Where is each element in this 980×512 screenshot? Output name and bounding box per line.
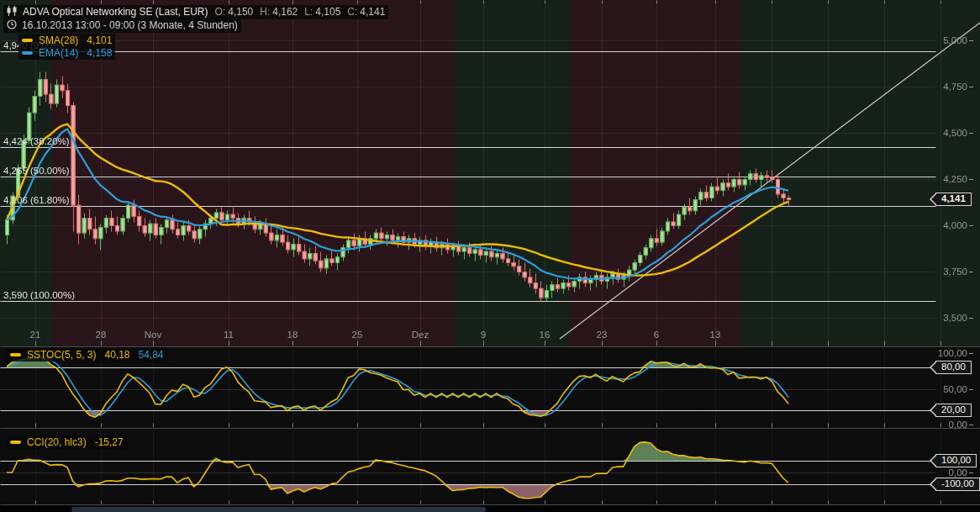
ohlc-low-label: L: — [304, 6, 313, 18]
sstoc-axis-tick: 100,00 — [938, 348, 973, 358]
ohlc-high-label: H: — [260, 6, 270, 18]
cci-legend[interactable]: CCI(20, hlc3)-15,27 — [7, 435, 127, 449]
cci-title: CCI(20, hlc3) — [27, 436, 87, 448]
sstoc-title: SSTOC(5, 5, 3) — [27, 349, 96, 361]
symbol-title: ADVA Optical Networking SE (Last, EUR) — [23, 6, 208, 18]
ema-color-swatch-icon — [22, 51, 33, 55]
ohlc-open-value: 4,150 — [228, 6, 253, 18]
cci-level-badge: 100,00 — [935, 454, 977, 467]
time-axis-label: Nov — [145, 330, 161, 340]
time-axis-label: 6 — [654, 330, 659, 340]
price-axis-tick: 3,750 — [943, 267, 973, 277]
time-axis-label: 25 — [352, 330, 363, 340]
time-scrollbar-thumb[interactable] — [71, 507, 486, 512]
candlestick-chart-icon — [7, 6, 18, 18]
price-axis-tick: 4,250 — [943, 174, 973, 184]
chart-window: ADVA Optical Networking SE (Last, EUR)O:… — [0, 0, 980, 512]
ema-name: EMA(14) — [39, 47, 78, 59]
sstoc-level-badge: 80,00 — [935, 361, 972, 374]
ema-legend[interactable]: EMA(14)4,158 — [18, 46, 115, 60]
time-axis-label: 23 — [597, 330, 608, 340]
price-axis-tick: 3,500 — [943, 313, 973, 323]
price-axis-tick: 4,000 — [943, 220, 973, 230]
time-axis-label: 11 — [224, 330, 234, 340]
ohlc-high-value: 4,162 — [272, 6, 298, 18]
sstoc-axis-tick: 50,00 — [943, 384, 973, 394]
time-axis-label: 13 — [710, 330, 721, 340]
ohlc-open-label: O: — [215, 6, 226, 18]
price-axis-tick: 4,500 — [943, 128, 973, 138]
sma-legend[interactable]: SMA(28)4,101 — [18, 34, 115, 47]
clock-icon — [7, 19, 17, 32]
cci-level-badge: -100,00 — [935, 478, 980, 491]
time-axis-label: 18 — [287, 330, 298, 340]
sstoc-level-badge: 20,00 — [935, 404, 972, 417]
time-axis-label: 21 — [30, 330, 41, 340]
time-axis-label: 28 — [96, 330, 107, 340]
fib-level-label: 4,106 (61.80%) — [3, 195, 70, 205]
timeframe-label: 16.10.2013 13:00 - 09:00 (3 Monate, 4 St… — [22, 19, 238, 31]
timeframe-row: 16.10.2013 13:00 - 09:00 (3 Monate, 4 St… — [3, 18, 241, 33]
ohlc-low-value: 4,105 — [315, 6, 340, 18]
price-axis-tick: 5,000 — [943, 35, 973, 45]
sstoc-axis-tick: 0,00 — [949, 420, 973, 430]
cci-color-swatch-icon — [10, 441, 21, 444]
last-price-badge: 4,141 — [935, 193, 972, 206]
fib-level-label: 3,590 (100.00%) — [3, 290, 75, 300]
ohlc-close-label: C: — [347, 6, 357, 18]
sma-color-swatch-icon — [22, 39, 33, 42]
sstoc-value-k: 40,18 — [104, 349, 129, 361]
time-scrollbar-track[interactable] — [0, 505, 980, 512]
sstoc-legend[interactable]: SSTOC(5, 5, 3)40,1854,84 — [7, 348, 167, 362]
ohlc-close-value: 4,141 — [360, 6, 385, 18]
fib-level-label: 4,265 (50.00%) — [3, 166, 70, 176]
sstoc-color-swatch-icon — [10, 353, 21, 356]
symbol-header-row: ADVA Optical Networking SE (Last, EUR)O:… — [3, 5, 388, 19]
sma-value: 4,101 — [87, 34, 112, 46]
time-axis-label: 16 — [540, 330, 551, 340]
chart-canvas[interactable] — [0, 0, 980, 512]
price-axis-tick: 4,750 — [943, 82, 973, 92]
time-axis-label: 9 — [481, 330, 486, 340]
time-axis-label: Dez — [412, 330, 429, 340]
sstoc-value-d: 54,84 — [139, 349, 164, 361]
sma-name: SMA(28) — [39, 34, 78, 46]
cci-axis-tick: 0,00 — [949, 467, 973, 478]
ema-value: 4,158 — [87, 47, 112, 59]
fib-level-label: 4,424 (38.20%) — [3, 136, 70, 146]
cci-value: -15,27 — [95, 436, 124, 448]
